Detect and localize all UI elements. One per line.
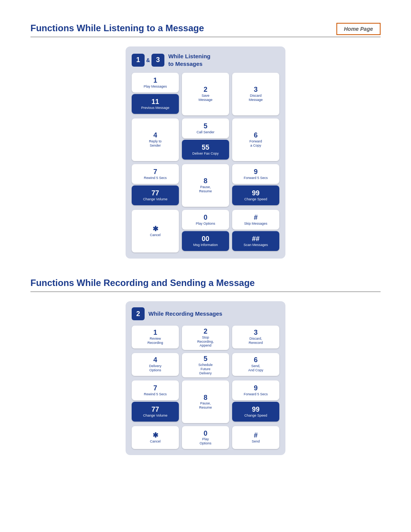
key-hash-skip[interactable]: # Skip Messages [232, 210, 279, 230]
key-cell-4: 4 Reply toSender [132, 118, 179, 161]
home-page-button[interactable]: Home Page [336, 23, 381, 35]
key2-star-label: Cancel [150, 439, 161, 444]
key2-0-number: 0 [204, 430, 207, 438]
key2-2-stop[interactable]: 2 StopRecording,Append [182, 326, 229, 350]
keypad2-row3: 7 Rewind 5 Secs 77 Change Volume 8 Pause… [132, 380, 279, 423]
key2-1-number: 1 [153, 329, 157, 337]
key-cell-7: 7 Rewind 5 Secs 77 Change Volume [132, 164, 179, 207]
key2-0-label: PlayOptions [199, 437, 211, 446]
key-0-play-opts[interactable]: 0 Play Options [182, 210, 229, 230]
key2-77-vol[interactable]: 77 Change Volume [132, 402, 179, 422]
key-cell-1: 1 Play Messages 11 Previous Message [132, 73, 179, 115]
key-cell-3: 3 DiscardMessage [232, 73, 279, 115]
key2-7-rewind[interactable]: 7 Rewind 5 Secs [132, 380, 179, 400]
keypad1-badge: 1 & 3 [132, 54, 164, 67]
key2-3-number: 3 [254, 329, 258, 337]
key2-5-schedule[interactable]: 5 ScheduleFutureDelivery [182, 353, 229, 377]
keypad2-row1: 1 ReviewRecording 2 StopRecording,Append… [132, 326, 279, 350]
key-1-number: 1 [153, 77, 157, 85]
keypad2-title: While Recording Messages [148, 310, 222, 318]
key2-7-label: Rewind 5 Secs [144, 392, 167, 396]
key2-99-speed[interactable]: 99 Change Speed [232, 402, 279, 422]
key2-6-number: 6 [254, 356, 258, 364]
key-3-discard[interactable]: 3 DiscardMessage [232, 73, 279, 115]
keypad1-grid: 1 Play Messages 11 Previous Message 2 Sa… [132, 73, 279, 252]
keypad1-row3: 7 Rewind 5 Secs 77 Change Volume 8 Pause… [132, 164, 279, 207]
keypad1: 1 & 3 While Listeningto Messages 1 Play … [126, 46, 285, 259]
key-hashhash-scan[interactable]: ## Scan Messages [232, 231, 279, 251]
keypad1-title: While Listeningto Messages [168, 53, 210, 67]
key2-7-number: 7 [153, 385, 157, 392]
key-77-vol[interactable]: 77 Change Volume [132, 185, 179, 205]
key-2-save[interactable]: 2 SaveMessage [182, 73, 229, 115]
key-5-number: 5 [204, 123, 207, 130]
key2-hash-send[interactable]: # Send [232, 426, 279, 449]
key-4-reply[interactable]: 4 Reply toSender [132, 118, 179, 161]
key2-cell-4: 4 DeliveryOptions [132, 353, 179, 377]
key-00-label: Msg Information [193, 243, 218, 247]
section2-title: Functions While Recording and Sending a … [30, 278, 381, 288]
key-77-number: 77 [151, 190, 159, 197]
key2-cell-hash: # Send [232, 426, 279, 449]
key-cell-2: 2 SaveMessage [182, 73, 229, 115]
key-5-call[interactable]: 5 Call Sender [182, 118, 229, 138]
key-77-label: Change Volume [143, 197, 167, 201]
key-6-forward[interactable]: 6 Forwarda Copy [232, 118, 279, 161]
key-99-label: Change Speed [244, 197, 267, 201]
key-99-speed[interactable]: 99 Change Speed [232, 185, 279, 205]
key-cell-6: 6 Forwarda Copy [232, 118, 279, 161]
key2-star-cancel[interactable]: ✱ Cancel [132, 426, 179, 449]
key-0-label: Play Options [196, 222, 215, 226]
key2-hash-number: # [254, 432, 258, 439]
key-8-pause[interactable]: 8 Pause,Resume [182, 164, 229, 207]
key-9-label: Forward 5 Secs [244, 176, 268, 180]
key2-1-review[interactable]: 1 ReviewRecording [132, 326, 179, 348]
section1-divider [30, 37, 381, 37]
key2-8-label: Pause,Resume [199, 401, 212, 410]
key-cell-8: 8 Pause,Resume [182, 164, 229, 207]
key2-6-label: Send,And Copy [248, 364, 263, 372]
key2-0-play-opts[interactable]: 0 PlayOptions [182, 426, 229, 449]
key-2-label: SaveMessage [199, 94, 213, 102]
key-00-msg-info[interactable]: 00 Msg Information [182, 231, 229, 251]
key-6-number: 6 [254, 132, 258, 139]
key2-cell-2: 2 StopRecording,Append [182, 326, 229, 350]
keypad1-header: 1 & 3 While Listeningto Messages [132, 53, 279, 67]
key-hashhash-label: Scan Messages [244, 243, 268, 247]
key2-6-send[interactable]: 6 Send,And Copy [232, 353, 279, 376]
keypad1-row4: ✱ Cancel 0 Play Options 00 Msg Informati… [132, 210, 279, 252]
section-recording: Functions While Recording and Sending a … [30, 278, 381, 455]
key2-99-label: Change Speed [244, 414, 267, 418]
key2-9-fwd[interactable]: 9 Forward 5 Secs [232, 380, 279, 400]
key2-8-pause[interactable]: 8 Pause,Resume [182, 380, 229, 423]
key-11-label: Previous Message [141, 106, 169, 110]
key-9-number: 9 [254, 168, 258, 176]
key-8-number: 8 [204, 177, 207, 185]
key-11-number: 11 [151, 98, 159, 106]
key2-cell-9: 9 Forward 5 Secs 99 Change Speed [232, 380, 279, 423]
key-7-label: Rewind 5 Secs [144, 176, 167, 180]
key2-cell-0: 0 PlayOptions [182, 426, 229, 449]
key-cell-0: 0 Play Options 00 Msg Information [182, 210, 229, 252]
key2-9-label: Forward 5 Secs [244, 392, 268, 396]
key2-cell-1: 1 ReviewRecording [132, 326, 179, 350]
key-7-number: 7 [153, 168, 157, 176]
key-star-cancel[interactable]: ✱ Cancel [132, 210, 179, 252]
key-7-rewind[interactable]: 7 Rewind 5 Secs [132, 164, 179, 184]
key-cell-hash: # Skip Messages ## Scan Messages [232, 210, 279, 252]
key-55-fax[interactable]: 55 Deliver Fax Copy [182, 140, 229, 160]
keypad2-row4: ✱ Cancel 0 PlayOptions # Send [132, 426, 279, 449]
key2-3-discard[interactable]: 3 Discard,Rerecord [232, 326, 279, 348]
key-cell-star: ✱ Cancel [132, 210, 179, 252]
key-hashhash-number: ## [252, 235, 260, 243]
key-hash-label: Skip Messages [244, 222, 267, 226]
key-11-prev[interactable]: 11 Previous Message [132, 94, 179, 114]
key2-9-number: 9 [254, 385, 258, 392]
keypad1-wrapper: 1 & 3 While Listeningto Messages 1 Play … [30, 46, 381, 259]
key-star-number: ✱ [153, 225, 158, 233]
key2-4-delivery[interactable]: 4 DeliveryOptions [132, 353, 179, 376]
badge-num-1: 1 [132, 54, 145, 67]
keypad1-row2: 4 Reply toSender 5 Call Sender 55 Delive… [132, 118, 279, 161]
key-1-play[interactable]: 1 Play Messages [132, 73, 179, 93]
key-9-fwd[interactable]: 9 Forward 5 Secs [232, 164, 279, 184]
